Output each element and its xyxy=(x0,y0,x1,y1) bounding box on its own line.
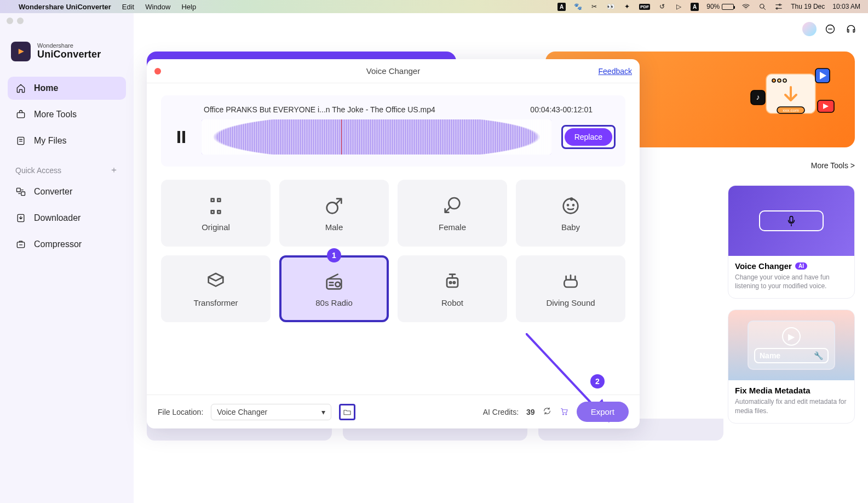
window-traffic-lights xyxy=(7,18,24,24)
svg-point-1 xyxy=(779,4,781,5)
sidebar-item-more-tools[interactable]: More Tools xyxy=(8,103,126,126)
sidebar-label: Downloader xyxy=(34,213,81,223)
tray-app-a2-icon[interactable]: A xyxy=(691,3,699,11)
chevron-down-icon: ▾ xyxy=(321,408,325,416)
toolbox-icon xyxy=(15,109,26,120)
app-name[interactable]: Wondershare UniConverter xyxy=(19,3,111,11)
add-quick-access-icon[interactable]: ＋ xyxy=(110,164,118,176)
chat-icon[interactable] xyxy=(823,22,837,36)
option-label: Male xyxy=(325,222,343,232)
option-label: Robot xyxy=(441,298,463,307)
wifi-icon[interactable] xyxy=(741,2,750,11)
voice-option-diving[interactable]: Diving Sound xyxy=(516,255,625,322)
svg-point-30 xyxy=(336,282,340,286)
cart-icon[interactable] xyxy=(559,406,569,418)
tray-history-icon[interactable]: ↺ xyxy=(658,2,666,11)
brand: Wondershare UniConverter xyxy=(8,42,126,61)
sidebar-item-home[interactable]: Home xyxy=(8,77,126,100)
tray-binoculars-icon[interactable]: 👀 xyxy=(606,2,615,11)
voice-option-original[interactable]: Original xyxy=(161,180,271,247)
open-folder-button[interactable] xyxy=(339,404,355,420)
ai-badge: AI xyxy=(795,262,807,270)
refresh-credits-icon[interactable] xyxy=(543,407,551,417)
quick-access-header: Quick Access ＋ xyxy=(8,156,126,180)
menu-edit[interactable]: Edit xyxy=(122,3,134,11)
svg-point-36 xyxy=(562,414,564,415)
voice-option-female[interactable]: Female xyxy=(398,180,507,247)
ai-credits-value: 39 xyxy=(526,408,535,416)
svg-rect-29 xyxy=(327,279,342,289)
file-location-label: File Location: xyxy=(158,408,203,416)
voice-option-80s-radio[interactable]: 1 80s Radio xyxy=(279,255,389,322)
play-icon: ▶ xyxy=(782,327,801,346)
sidebar-item-compressor[interactable]: Compressor xyxy=(8,233,126,256)
sidebar-item-downloader[interactable]: Downloader xyxy=(8,207,126,230)
sidebar-item-converter[interactable]: Converter xyxy=(8,180,126,203)
card-voice-changer[interactable]: Voice Changer AI Change your voice and h… xyxy=(728,185,855,299)
battery-pct: 90% xyxy=(706,3,720,10)
support-icon[interactable] xyxy=(844,22,858,36)
menubar-time[interactable]: 10:03 AM xyxy=(832,3,860,10)
voice-changer-modal: Voice Changer Feedback Office PRANKS But… xyxy=(147,59,640,428)
quick-access-label: Quick Access xyxy=(15,166,61,175)
svg-rect-6 xyxy=(21,192,25,196)
playhead-icon[interactable] xyxy=(341,119,342,155)
spotlight-icon[interactable] xyxy=(758,2,767,11)
menu-window[interactable]: Window xyxy=(145,3,170,11)
converter-icon xyxy=(15,186,26,197)
wrench-icon: 🔧 xyxy=(814,351,823,360)
menubar-date[interactable]: Thu 19 Dec xyxy=(791,3,825,10)
baby-icon xyxy=(560,195,582,217)
card-fix-metadata[interactable]: ▶ Name🔧 Fix Media Metadata Automatically… xyxy=(728,310,855,423)
annotation-badge-1: 1 xyxy=(327,248,341,262)
replace-highlight: Replace xyxy=(561,125,616,149)
voice-option-robot[interactable]: Robot xyxy=(398,255,507,322)
sidebar-label: Converter xyxy=(34,187,72,197)
svg-rect-5 xyxy=(17,188,21,192)
svg-rect-34 xyxy=(564,279,577,287)
audio-player: Office PRANKS But EVERYONE i...n The Jok… xyxy=(161,95,625,167)
brand-name: UniConverter xyxy=(37,49,101,60)
tray-play-icon[interactable]: ▷ xyxy=(674,2,683,11)
pause-button[interactable] xyxy=(171,131,192,143)
svg-rect-4 xyxy=(18,137,24,144)
tray-scissors-icon[interactable]: ✂ xyxy=(590,2,599,11)
svg-point-33 xyxy=(453,282,455,283)
window-minimize-icon[interactable] xyxy=(17,18,24,24)
svg-text:♪: ♪ xyxy=(756,93,760,101)
svg-point-16 xyxy=(783,79,786,82)
download-illustration-icon: xxx.com ♪ xyxy=(745,64,838,135)
option-label: Baby xyxy=(561,222,580,232)
tray-cat-icon[interactable]: 🐾 xyxy=(573,2,582,11)
feedback-link[interactable]: Feedback xyxy=(599,67,632,76)
tray-app-a-icon[interactable]: A xyxy=(557,3,566,11)
metadata-name-label: Name xyxy=(760,351,780,360)
waveform[interactable] xyxy=(202,119,551,155)
replace-button[interactable]: Replace xyxy=(565,128,612,146)
voice-option-male[interactable]: Male xyxy=(279,180,389,247)
svg-text:xxx.com: xxx.com xyxy=(783,108,799,113)
file-location-select[interactable]: Voice Changer ▾ xyxy=(211,404,331,420)
voice-option-baby[interactable]: Baby xyxy=(516,180,625,247)
tray-pdf-icon[interactable]: PDF xyxy=(639,4,650,10)
avatar-icon[interactable] xyxy=(802,22,817,36)
time-range: 00:04:43-00:12:01 xyxy=(530,105,593,114)
sidebar-item-my-files[interactable]: My Files xyxy=(8,129,126,152)
voice-option-transformer[interactable]: Transformer xyxy=(161,255,271,322)
main-area: xxx.com ♪ More Tools > Voice Changer AI … xyxy=(134,13,868,503)
file-location-value: Voice Changer xyxy=(217,408,267,416)
file-name: Office PRANKS But EVERYONE i...n The Jok… xyxy=(204,105,435,114)
battery-indicator[interactable]: 90% xyxy=(706,3,734,10)
control-center-icon[interactable] xyxy=(774,2,783,11)
card-title: Fix Media Metadata xyxy=(735,386,848,395)
more-tools-link[interactable]: More Tools > xyxy=(811,161,855,170)
mac-menubar: Wondershare UniConverter Edit Window Hel… xyxy=(0,0,868,13)
menu-help[interactable]: Help xyxy=(181,3,196,11)
downloader-icon xyxy=(15,213,26,224)
export-button[interactable]: Export xyxy=(577,402,629,422)
window-close-icon[interactable] xyxy=(7,18,13,24)
svg-point-2 xyxy=(777,8,778,9)
brand-top: Wondershare xyxy=(37,43,101,49)
tray-sparkle-icon[interactable]: ✦ xyxy=(623,2,631,11)
radio-icon xyxy=(323,271,345,293)
